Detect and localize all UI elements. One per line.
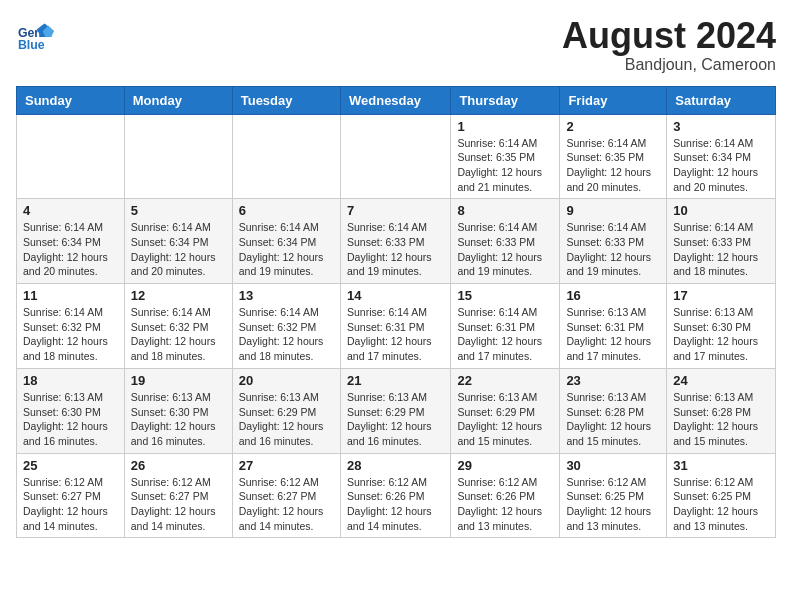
calendar-cell: 8Sunrise: 6:14 AM Sunset: 6:33 PM Daylig… <box>451 199 560 284</box>
calendar-table: SundayMondayTuesdayWednesdayThursdayFrid… <box>16 86 776 539</box>
title-area: August 2024 Bandjoun, Cameroon <box>562 16 776 74</box>
calendar-cell: 14Sunrise: 6:14 AM Sunset: 6:31 PM Dayli… <box>340 284 450 369</box>
day-header-sunday: Sunday <box>17 86 125 114</box>
calendar-cell: 18Sunrise: 6:13 AM Sunset: 6:30 PM Dayli… <box>17 368 125 453</box>
day-number: 24 <box>673 373 769 388</box>
day-detail: Sunrise: 6:14 AM Sunset: 6:34 PM Dayligh… <box>673 136 769 195</box>
calendar-cell <box>17 114 125 199</box>
day-detail: Sunrise: 6:13 AM Sunset: 6:29 PM Dayligh… <box>347 390 444 449</box>
logo-icon: General Blue <box>16 16 54 54</box>
calendar-cell: 24Sunrise: 6:13 AM Sunset: 6:28 PM Dayli… <box>667 368 776 453</box>
calendar-cell: 11Sunrise: 6:14 AM Sunset: 6:32 PM Dayli… <box>17 284 125 369</box>
calendar-cell <box>124 114 232 199</box>
calendar-cell: 29Sunrise: 6:12 AM Sunset: 6:26 PM Dayli… <box>451 453 560 538</box>
calendar-header: SundayMondayTuesdayWednesdayThursdayFrid… <box>17 86 776 114</box>
day-detail: Sunrise: 6:12 AM Sunset: 6:27 PM Dayligh… <box>23 475 118 534</box>
calendar-cell: 31Sunrise: 6:12 AM Sunset: 6:25 PM Dayli… <box>667 453 776 538</box>
day-number: 8 <box>457 203 553 218</box>
day-number: 31 <box>673 458 769 473</box>
day-detail: Sunrise: 6:14 AM Sunset: 6:33 PM Dayligh… <box>457 220 553 279</box>
day-detail: Sunrise: 6:13 AM Sunset: 6:30 PM Dayligh… <box>131 390 226 449</box>
calendar-cell: 30Sunrise: 6:12 AM Sunset: 6:25 PM Dayli… <box>560 453 667 538</box>
day-detail: Sunrise: 6:14 AM Sunset: 6:33 PM Dayligh… <box>673 220 769 279</box>
day-number: 6 <box>239 203 334 218</box>
day-detail: Sunrise: 6:13 AM Sunset: 6:30 PM Dayligh… <box>673 305 769 364</box>
day-number: 21 <box>347 373 444 388</box>
calendar-cell: 5Sunrise: 6:14 AM Sunset: 6:34 PM Daylig… <box>124 199 232 284</box>
calendar-cell: 21Sunrise: 6:13 AM Sunset: 6:29 PM Dayli… <box>340 368 450 453</box>
day-number: 28 <box>347 458 444 473</box>
day-detail: Sunrise: 6:13 AM Sunset: 6:31 PM Dayligh… <box>566 305 660 364</box>
calendar-week-5: 25Sunrise: 6:12 AM Sunset: 6:27 PM Dayli… <box>17 453 776 538</box>
calendar-cell: 15Sunrise: 6:14 AM Sunset: 6:31 PM Dayli… <box>451 284 560 369</box>
calendar-cell: 6Sunrise: 6:14 AM Sunset: 6:34 PM Daylig… <box>232 199 340 284</box>
day-number: 9 <box>566 203 660 218</box>
logo: General Blue <box>16 16 54 54</box>
calendar-cell: 19Sunrise: 6:13 AM Sunset: 6:30 PM Dayli… <box>124 368 232 453</box>
calendar-cell: 25Sunrise: 6:12 AM Sunset: 6:27 PM Dayli… <box>17 453 125 538</box>
day-number: 25 <box>23 458 118 473</box>
calendar-cell: 12Sunrise: 6:14 AM Sunset: 6:32 PM Dayli… <box>124 284 232 369</box>
day-detail: Sunrise: 6:12 AM Sunset: 6:27 PM Dayligh… <box>239 475 334 534</box>
day-detail: Sunrise: 6:12 AM Sunset: 6:26 PM Dayligh… <box>347 475 444 534</box>
calendar-cell: 16Sunrise: 6:13 AM Sunset: 6:31 PM Dayli… <box>560 284 667 369</box>
day-detail: Sunrise: 6:14 AM Sunset: 6:34 PM Dayligh… <box>23 220 118 279</box>
day-number: 5 <box>131 203 226 218</box>
calendar-cell: 1Sunrise: 6:14 AM Sunset: 6:35 PM Daylig… <box>451 114 560 199</box>
day-detail: Sunrise: 6:14 AM Sunset: 6:33 PM Dayligh… <box>347 220 444 279</box>
day-detail: Sunrise: 6:14 AM Sunset: 6:34 PM Dayligh… <box>131 220 226 279</box>
month-title: August 2024 <box>562 16 776 56</box>
day-detail: Sunrise: 6:13 AM Sunset: 6:29 PM Dayligh… <box>239 390 334 449</box>
calendar-cell: 22Sunrise: 6:13 AM Sunset: 6:29 PM Dayli… <box>451 368 560 453</box>
day-number: 19 <box>131 373 226 388</box>
day-number: 26 <box>131 458 226 473</box>
day-detail: Sunrise: 6:12 AM Sunset: 6:25 PM Dayligh… <box>673 475 769 534</box>
calendar-week-2: 4Sunrise: 6:14 AM Sunset: 6:34 PM Daylig… <box>17 199 776 284</box>
day-detail: Sunrise: 6:13 AM Sunset: 6:28 PM Dayligh… <box>673 390 769 449</box>
day-number: 3 <box>673 119 769 134</box>
day-detail: Sunrise: 6:14 AM Sunset: 6:32 PM Dayligh… <box>131 305 226 364</box>
calendar-cell: 28Sunrise: 6:12 AM Sunset: 6:26 PM Dayli… <box>340 453 450 538</box>
day-detail: Sunrise: 6:12 AM Sunset: 6:26 PM Dayligh… <box>457 475 553 534</box>
day-header-wednesday: Wednesday <box>340 86 450 114</box>
day-number: 18 <box>23 373 118 388</box>
day-header-monday: Monday <box>124 86 232 114</box>
day-header-saturday: Saturday <box>667 86 776 114</box>
day-detail: Sunrise: 6:13 AM Sunset: 6:28 PM Dayligh… <box>566 390 660 449</box>
day-number: 4 <box>23 203 118 218</box>
day-detail: Sunrise: 6:14 AM Sunset: 6:33 PM Dayligh… <box>566 220 660 279</box>
day-number: 20 <box>239 373 334 388</box>
day-number: 23 <box>566 373 660 388</box>
day-number: 27 <box>239 458 334 473</box>
day-detail: Sunrise: 6:13 AM Sunset: 6:29 PM Dayligh… <box>457 390 553 449</box>
day-detail: Sunrise: 6:14 AM Sunset: 6:35 PM Dayligh… <box>457 136 553 195</box>
day-detail: Sunrise: 6:13 AM Sunset: 6:30 PM Dayligh… <box>23 390 118 449</box>
calendar-week-1: 1Sunrise: 6:14 AM Sunset: 6:35 PM Daylig… <box>17 114 776 199</box>
day-header-thursday: Thursday <box>451 86 560 114</box>
calendar-cell: 4Sunrise: 6:14 AM Sunset: 6:34 PM Daylig… <box>17 199 125 284</box>
calendar-cell: 9Sunrise: 6:14 AM Sunset: 6:33 PM Daylig… <box>560 199 667 284</box>
day-detail: Sunrise: 6:14 AM Sunset: 6:35 PM Dayligh… <box>566 136 660 195</box>
calendar-cell: 17Sunrise: 6:13 AM Sunset: 6:30 PM Dayli… <box>667 284 776 369</box>
calendar-cell <box>340 114 450 199</box>
day-number: 17 <box>673 288 769 303</box>
calendar-cell: 27Sunrise: 6:12 AM Sunset: 6:27 PM Dayli… <box>232 453 340 538</box>
calendar-cell: 2Sunrise: 6:14 AM Sunset: 6:35 PM Daylig… <box>560 114 667 199</box>
calendar-cell <box>232 114 340 199</box>
day-number: 10 <box>673 203 769 218</box>
day-number: 11 <box>23 288 118 303</box>
day-number: 2 <box>566 119 660 134</box>
day-detail: Sunrise: 6:14 AM Sunset: 6:32 PM Dayligh… <box>23 305 118 364</box>
day-number: 15 <box>457 288 553 303</box>
day-number: 12 <box>131 288 226 303</box>
day-number: 16 <box>566 288 660 303</box>
calendar-cell: 26Sunrise: 6:12 AM Sunset: 6:27 PM Dayli… <box>124 453 232 538</box>
day-number: 14 <box>347 288 444 303</box>
day-number: 7 <box>347 203 444 218</box>
day-detail: Sunrise: 6:14 AM Sunset: 6:32 PM Dayligh… <box>239 305 334 364</box>
day-number: 29 <box>457 458 553 473</box>
day-detail: Sunrise: 6:12 AM Sunset: 6:25 PM Dayligh… <box>566 475 660 534</box>
day-header-friday: Friday <box>560 86 667 114</box>
calendar-cell: 13Sunrise: 6:14 AM Sunset: 6:32 PM Dayli… <box>232 284 340 369</box>
day-header-tuesday: Tuesday <box>232 86 340 114</box>
